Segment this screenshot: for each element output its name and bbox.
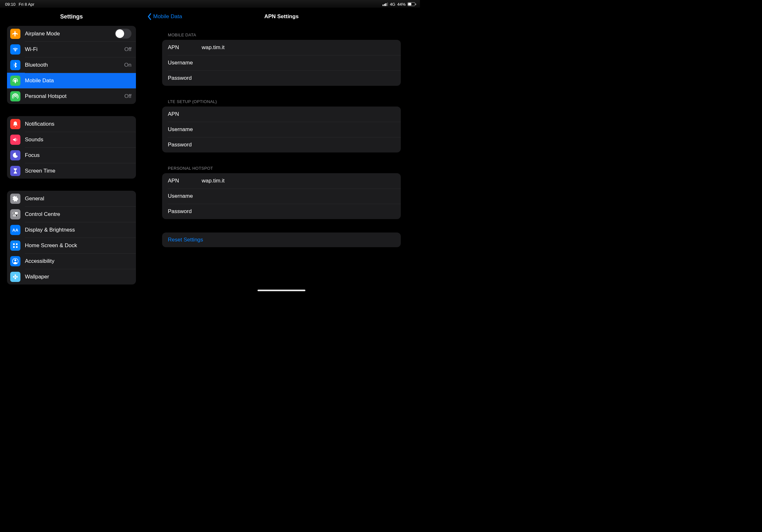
speaker-icon — [10, 135, 21, 145]
sidebar-item-general[interactable]: General — [7, 191, 136, 206]
sidebar-title: Settings — [0, 9, 143, 26]
sidebar-item-label: Wi-Fi — [25, 46, 124, 53]
sidebar-item-label: Sounds — [25, 137, 131, 143]
field-label: Username — [168, 60, 202, 66]
gear-icon — [10, 194, 21, 204]
field-row-username[interactable]: Username — [162, 122, 401, 137]
chevron-left-icon — [147, 13, 152, 20]
section-header: LTE SETUP (OPTIONAL) — [162, 99, 401, 106]
field-input-password[interactable] — [202, 142, 395, 148]
sidebar-item-label: Airplane Mode — [25, 31, 115, 37]
signal-bars-icon — [383, 3, 388, 6]
sidebar-group: GeneralControl CentreDisplay & Brightnes… — [7, 191, 136, 285]
field-input-username[interactable] — [202, 60, 395, 66]
sidebar-group: Airplane ModeWi-FiOffBluetoothOnMobile D… — [7, 26, 136, 104]
moon-icon — [10, 150, 21, 161]
field-label: Username — [168, 126, 202, 133]
bell-icon — [10, 119, 21, 129]
sidebar-item-label: Display & Brightness — [25, 227, 131, 233]
back-label: Mobile Data — [153, 13, 182, 20]
sidebar-item-notifications[interactable]: Notifications — [7, 116, 136, 132]
field-row-password[interactable]: Password — [162, 71, 401, 86]
section-header: PERSONAL HOTSPOT — [162, 166, 401, 173]
person-icon — [10, 256, 21, 266]
field-label: APN — [168, 111, 202, 117]
sidebar-item-label: Control Centre — [25, 211, 131, 218]
hotspot-icon — [10, 91, 21, 101]
sidebar-item-wallpaper[interactable]: Wallpaper — [7, 269, 136, 285]
sidebar-item-screentime[interactable]: Screen Time — [7, 163, 136, 179]
field-label: Username — [168, 193, 202, 199]
bluetooth-icon — [10, 60, 21, 70]
grid-icon — [10, 240, 21, 251]
field-label: APN — [168, 44, 202, 51]
apn-section: MOBILE DATAAPNUsernamePassword — [162, 33, 401, 86]
field-label: APN — [168, 178, 202, 184]
sidebar-item-label: Mobile Data — [25, 78, 131, 84]
status-time: 09:10 — [5, 2, 16, 7]
antenna-icon — [10, 76, 21, 86]
sidebar-item-value: Off — [124, 93, 131, 100]
sidebar-item-airplane[interactable]: Airplane Mode — [7, 26, 136, 41]
sidebar-item-label: Focus — [25, 152, 131, 159]
battery-pct: 44% — [397, 2, 406, 7]
sidebar-item-homescreen[interactable]: Home Screen & Dock — [7, 237, 136, 253]
field-label: Password — [168, 142, 202, 148]
sidebar-item-label: Home Screen & Dock — [25, 242, 131, 249]
sidebar-item-focus[interactable]: Focus — [7, 147, 136, 163]
sidebar-item-value: On — [124, 62, 131, 68]
field-group: APNUsernamePassword — [162, 173, 401, 219]
detail-pane: Mobile Data APN Settings MOBILE DATAAPNU… — [143, 0, 420, 293]
status-bar: 09:10 Fri 8 Apr 4G 44% — [0, 0, 420, 8]
battery-icon — [408, 2, 416, 6]
sidebar-item-display[interactable]: Display & Brightness — [7, 222, 136, 237]
sidebar-item-label: Wallpaper — [25, 274, 131, 280]
network-type: 4G — [390, 2, 395, 7]
sidebar-item-controlcentre[interactable]: Control Centre — [7, 206, 136, 222]
switches-icon — [10, 209, 21, 220]
apn-section: LTE SETUP (OPTIONAL)APNUsernamePassword — [162, 99, 401, 153]
field-input-password[interactable] — [202, 75, 395, 81]
sidebar-group: NotificationsSoundsFocusScreen Time — [7, 116, 136, 179]
sidebar-item-mobiledata[interactable]: Mobile Data — [7, 73, 136, 88]
aa-icon — [10, 225, 21, 235]
sidebar-item-accessibility[interactable]: Accessibility — [7, 253, 136, 269]
field-group: APNUsernamePassword — [162, 40, 401, 86]
field-row-apn[interactable]: APN — [162, 173, 401, 188]
field-input-apn[interactable] — [202, 44, 395, 51]
field-group: APNUsernamePassword — [162, 106, 401, 153]
hourglass-icon — [10, 166, 21, 176]
field-input-apn[interactable] — [202, 111, 395, 117]
sidebar-item-bluetooth[interactable]: BluetoothOn — [7, 57, 136, 73]
section-header: MOBILE DATA — [162, 33, 401, 40]
wifi-icon — [10, 44, 21, 54]
sidebar-item-wifi[interactable]: Wi-FiOff — [7, 41, 136, 57]
sidebar-item-hotspot[interactable]: Personal HotspotOff — [7, 88, 136, 104]
toggle-airplane[interactable] — [115, 29, 131, 38]
field-row-apn[interactable]: APN — [162, 106, 401, 122]
field-row-password[interactable]: Password — [162, 137, 401, 153]
apn-section: PERSONAL HOTSPOTAPNUsernamePassword — [162, 166, 401, 219]
sidebar-item-label: Screen Time — [25, 168, 131, 174]
sidebar-item-label: Notifications — [25, 121, 131, 127]
field-row-apn[interactable]: APN — [162, 40, 401, 55]
field-input-username[interactable] — [202, 193, 395, 199]
sidebar-item-sounds[interactable]: Sounds — [7, 132, 136, 147]
field-input-password[interactable] — [202, 208, 395, 215]
sidebar-item-label: Bluetooth — [25, 62, 124, 68]
field-row-username[interactable]: Username — [162, 55, 401, 71]
reset-settings-button[interactable]: Reset Settings — [162, 233, 401, 247]
field-row-password[interactable]: Password — [162, 204, 401, 219]
back-button[interactable]: Mobile Data — [147, 9, 182, 24]
sidebar-item-label: Accessibility — [25, 258, 131, 264]
status-date: Fri 8 Apr — [19, 2, 35, 7]
airplane-icon — [10, 29, 21, 39]
page-title: APN Settings — [264, 13, 299, 20]
field-input-username[interactable] — [202, 126, 395, 133]
home-indicator — [258, 290, 305, 291]
field-input-apn[interactable] — [202, 178, 395, 184]
field-label: Password — [168, 208, 202, 215]
settings-sidebar: Settings Airplane ModeWi-FiOffBluetoothO… — [0, 0, 143, 293]
field-row-username[interactable]: Username — [162, 188, 401, 204]
field-label: Password — [168, 75, 202, 81]
